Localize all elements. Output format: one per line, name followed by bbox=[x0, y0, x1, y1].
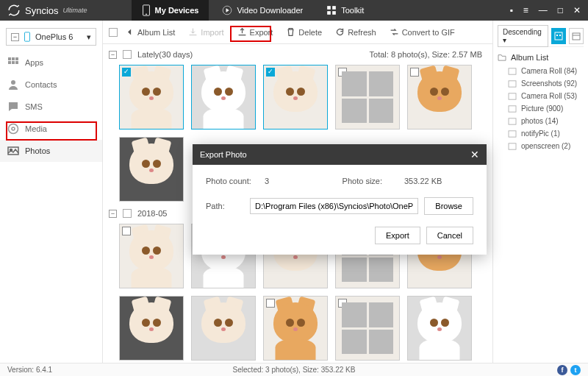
facebook-icon[interactable]: f bbox=[557, 365, 567, 375]
photo-thumb[interactable] bbox=[191, 296, 256, 361]
view-grid-button[interactable] bbox=[551, 28, 566, 44]
album-label: notifyPic (1) bbox=[521, 130, 560, 138]
sidebar-right: Descending ▾ Album List Camera Roll (84)… bbox=[492, 21, 588, 363]
dialog-actions: Export Cancel bbox=[206, 227, 473, 244]
sidebar-item-contacts[interactable]: Contacts bbox=[0, 74, 102, 96]
svg-rect-7 bbox=[25, 32, 30, 41]
svg-rect-3 bbox=[327, 6, 331, 10]
social-links: f t bbox=[557, 365, 581, 375]
album-item[interactable]: Camera Roll (53) bbox=[498, 90, 584, 102]
photo-thumb[interactable] bbox=[407, 296, 472, 361]
svg-point-14 bbox=[11, 80, 15, 85]
convert-gif-button[interactable]: Convert to GIF bbox=[384, 24, 461, 40]
import-button[interactable]: Import bbox=[182, 24, 229, 40]
group-checkbox[interactable] bbox=[123, 50, 132, 59]
device-name: OnePlus 6 bbox=[35, 32, 73, 41]
path-input[interactable] bbox=[250, 198, 418, 214]
svg-point-1 bbox=[146, 13, 147, 15]
collapse-icon[interactable]: − bbox=[109, 51, 117, 59]
photo-thumb[interactable] bbox=[191, 65, 256, 130]
album-label: openscreen (2) bbox=[521, 142, 570, 150]
tab-my-devices[interactable]: My Devices bbox=[132, 0, 209, 21]
play-icon bbox=[222, 5, 232, 15]
title-bar: Syncios Ultimate My Devices Video Downlo… bbox=[0, 0, 588, 21]
photo-thumb[interactable] bbox=[119, 296, 184, 361]
svg-rect-19 bbox=[555, 32, 562, 40]
sms-icon bbox=[7, 101, 19, 113]
album-label: photos (14) bbox=[521, 117, 559, 125]
photo-thumb[interactable] bbox=[407, 65, 472, 130]
feedback-icon[interactable]: ▪ bbox=[509, 5, 512, 15]
svg-rect-11 bbox=[8, 61, 11, 64]
pic-icon bbox=[508, 143, 517, 150]
svg-rect-8 bbox=[8, 57, 11, 60]
export-confirm-button[interactable]: Export bbox=[375, 227, 420, 244]
view-list-button[interactable] bbox=[569, 28, 584, 44]
svg-rect-23 bbox=[509, 68, 516, 74]
svg-rect-12 bbox=[12, 61, 15, 64]
photo-thumb[interactable] bbox=[119, 65, 184, 130]
delete-button[interactable]: Delete bbox=[280, 24, 328, 40]
photo-thumb[interactable] bbox=[335, 296, 400, 361]
album-item[interactable]: Picture (900) bbox=[498, 102, 584, 115]
svg-rect-4 bbox=[332, 6, 336, 10]
photo-thumb[interactable] bbox=[335, 65, 400, 130]
album-item[interactable]: openscreen (2) bbox=[498, 140, 584, 152]
browse-button[interactable]: Browse bbox=[424, 197, 473, 215]
photo-thumb[interactable] bbox=[119, 224, 184, 288]
select-all-checkbox[interactable] bbox=[109, 28, 118, 37]
album-list-title: Album List bbox=[511, 53, 548, 62]
selection-summary: Selected: 3 photo(s), Size: 353.22 KB bbox=[233, 366, 356, 374]
sidebar-item-photos[interactable]: Photos bbox=[0, 140, 102, 162]
sort-label: Descending bbox=[503, 28, 542, 36]
photo-thumb[interactable] bbox=[263, 296, 328, 361]
tab-toolkit[interactable]: Toolkit bbox=[316, 0, 374, 21]
svg-rect-24 bbox=[509, 80, 516, 86]
group-header-lately: − Lately(30 days) Total: 8 photo(s), Siz… bbox=[109, 47, 487, 62]
cancel-button[interactable]: Cancel bbox=[426, 227, 473, 244]
count-value: 3 bbox=[265, 177, 309, 185]
chevron-down-icon: ▾ bbox=[87, 32, 91, 42]
twitter-icon[interactable]: t bbox=[570, 365, 581, 375]
grid-icon bbox=[326, 5, 337, 15]
toolbar: Album List Import Export Delete Refresh … bbox=[103, 21, 492, 44]
sort-select[interactable]: Descending ▾ bbox=[498, 25, 548, 47]
calendar-grid-icon bbox=[554, 32, 563, 40]
album-item[interactable]: Screenshots (92) bbox=[498, 77, 584, 90]
svg-rect-6 bbox=[332, 11, 336, 15]
album-list-header[interactable]: Album List bbox=[498, 50, 584, 65]
svg-rect-28 bbox=[509, 130, 516, 136]
album-item[interactable]: notifyPic (1) bbox=[498, 127, 584, 140]
sidebar-item-apps[interactable]: Apps bbox=[0, 52, 102, 74]
album-list: Album List Camera Roll (84) Screenshots … bbox=[498, 50, 584, 152]
minimize-icon[interactable]: — bbox=[539, 5, 548, 15]
tab-video-downloader[interactable]: Video Downloader bbox=[212, 0, 313, 21]
btn-label: Delete bbox=[298, 28, 322, 37]
pic-icon bbox=[508, 130, 517, 138]
status-bar: Version: 6.4.1 Selected: 3 photo(s), Siz… bbox=[0, 363, 588, 376]
pic-icon bbox=[508, 68, 517, 75]
photos-icon bbox=[7, 145, 19, 157]
maximize-icon[interactable]: □ bbox=[558, 5, 563, 15]
collapse-icon[interactable]: − bbox=[11, 33, 19, 41]
photo-thumb[interactable] bbox=[263, 65, 328, 130]
calendar-icon bbox=[572, 32, 581, 40]
album-label: Camera Roll (53) bbox=[521, 92, 577, 100]
photo-thumb[interactable] bbox=[119, 137, 184, 202]
sidebar-item-sms[interactable]: SMS bbox=[0, 96, 102, 118]
svg-rect-22 bbox=[573, 33, 580, 40]
album-item[interactable]: Camera Roll (84) bbox=[498, 65, 584, 77]
menu-icon[interactable]: ≡ bbox=[523, 5, 528, 15]
device-selector[interactable]: − OnePlus 6 ▾ bbox=[6, 28, 96, 46]
refresh-button[interactable]: Refresh bbox=[329, 24, 382, 40]
group-checkbox[interactable] bbox=[123, 209, 132, 218]
btn-label: Refresh bbox=[348, 28, 376, 37]
convert-icon bbox=[390, 27, 399, 37]
trash-icon bbox=[286, 27, 295, 37]
album-item[interactable]: photos (14) bbox=[498, 115, 584, 127]
close-icon[interactable]: ✕ bbox=[470, 149, 479, 160]
album-list-button[interactable]: Album List bbox=[119, 24, 181, 40]
close-icon[interactable]: ✕ bbox=[573, 5, 581, 15]
svg-rect-21 bbox=[559, 35, 561, 36]
collapse-icon[interactable]: − bbox=[109, 210, 117, 218]
